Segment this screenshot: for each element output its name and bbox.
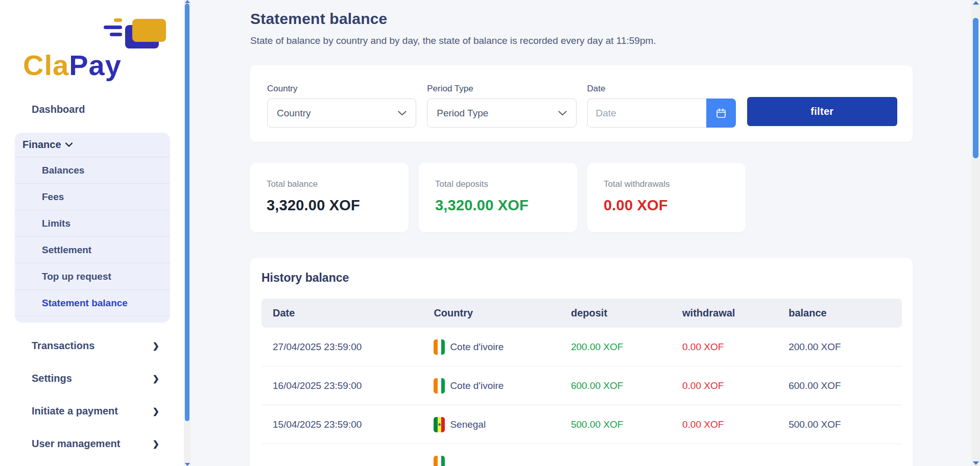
brand-card-icon bbox=[94, 17, 176, 50]
row-deposit: 600.00 XOF bbox=[571, 380, 682, 391]
total-balance-value: 3,320.00 XOF bbox=[267, 197, 392, 214]
sidebar-item-initiate-a-payment[interactable]: Initiate a payment ❯ bbox=[32, 404, 159, 418]
cote-divoire-flag-icon bbox=[434, 378, 445, 394]
brand-name-gold: Cla bbox=[23, 49, 69, 81]
country-field: Country Country bbox=[267, 84, 416, 128]
sidebar-item-fees[interactable]: Fees bbox=[15, 184, 170, 210]
country-select-value: Country bbox=[277, 108, 311, 119]
row-deposit: 200.00 XOF bbox=[571, 341, 682, 353]
main-scrollbar-thumb[interactable] bbox=[973, 18, 978, 158]
row-country-name: Cote d'ivoire bbox=[450, 341, 504, 353]
history-panel: History balance Date Country deposit wit… bbox=[250, 258, 913, 466]
main-scrollbar[interactable] bbox=[971, 0, 980, 466]
row-country-name: Cote d'ivoire bbox=[450, 380, 504, 391]
sidebar: ClaPay Dashboard Finance Balances Fees L… bbox=[0, 0, 184, 466]
sidebar-scrollbar-thumb[interactable] bbox=[185, 4, 189, 421]
sidebar-item-transactions[interactable]: Transactions ❯ bbox=[32, 338, 159, 353]
period-type-label: Period Type bbox=[427, 84, 576, 94]
total-withdrawals-label: Total withdrawals bbox=[604, 179, 729, 189]
scroll-down-icon[interactable] bbox=[973, 461, 979, 465]
table-row[interactable]: 15/04/2025 23:59:00 ★ Senegal 500.00 XOF… bbox=[261, 405, 902, 444]
senegal-star-icon: ★ bbox=[434, 422, 445, 427]
sidebar-item-finance[interactable]: Finance bbox=[15, 133, 170, 157]
chevron-right-icon: ❯ bbox=[153, 439, 159, 449]
date-label: Date bbox=[587, 84, 736, 94]
period-type-select[interactable]: Period Type bbox=[427, 99, 576, 128]
country-select[interactable]: Country bbox=[267, 99, 416, 128]
sidebar-item-dashboard[interactable]: Dashboard bbox=[32, 102, 159, 116]
column-header-withdrawal: withdrawal bbox=[682, 307, 788, 319]
sidebar-item-label: Transactions bbox=[32, 340, 94, 352]
filter-button[interactable]: filter bbox=[747, 97, 897, 126]
row-withdrawal: 0.00 XOF bbox=[682, 341, 788, 353]
sidebar-item-statement-balance[interactable]: Statement balance bbox=[15, 290, 170, 316]
summary-cards: Total balance 3,320.00 XOF Total deposit… bbox=[250, 163, 913, 232]
history-heading: History balance bbox=[261, 271, 902, 285]
row-country: ★ Senegal bbox=[434, 417, 571, 432]
sidebar-item-balances[interactable]: Balances bbox=[15, 157, 170, 184]
row-balance: 200.00 XOF bbox=[788, 341, 902, 353]
chevron-down-icon bbox=[558, 111, 567, 116]
row-date: 15/04/2025 23:59:00 bbox=[273, 419, 434, 430]
sidebar-item-top-up-request[interactable]: Top up request bbox=[15, 263, 170, 290]
period-type-field: Period Type Period Type bbox=[427, 84, 576, 128]
total-deposits-value: 3,320.00 XOF bbox=[435, 197, 561, 214]
date-field: Date bbox=[587, 84, 736, 128]
country-label: Country bbox=[267, 84, 416, 94]
brand-name-blue: Pay bbox=[69, 49, 122, 81]
senegal-flag-icon: ★ bbox=[434, 417, 445, 432]
total-deposits-label: Total deposits bbox=[435, 179, 561, 189]
sidebar-item-label: Dashboard bbox=[32, 104, 85, 115]
chevron-down-icon bbox=[65, 142, 73, 147]
sidebar-group-finance: Finance Balances Fees Limits Settlement … bbox=[15, 133, 170, 323]
sidebar-item-settlement[interactable]: Settlement bbox=[15, 237, 170, 263]
sidebar-item-user-management[interactable]: User management ❯ bbox=[32, 436, 159, 451]
table-row-partial[interactable] bbox=[261, 444, 902, 466]
scroll-up-icon[interactable] bbox=[185, 0, 190, 3]
row-withdrawal: 0.00 XOF bbox=[682, 380, 788, 391]
sidebar-item-label: Initiate a payment bbox=[32, 405, 118, 417]
row-balance: 600.00 XOF bbox=[788, 380, 902, 391]
sidebar-item-label: User management bbox=[32, 438, 120, 450]
page-subtitle: State of balance by country and by day, … bbox=[250, 35, 913, 46]
date-input[interactable] bbox=[587, 99, 706, 128]
total-balance-label: Total balance bbox=[267, 179, 392, 189]
total-withdrawals-card: Total withdrawals 0.00 XOF bbox=[587, 163, 746, 232]
row-balance: 500.00 XOF bbox=[788, 419, 902, 430]
scroll-down-icon[interactable] bbox=[185, 463, 190, 466]
total-deposits-card: Total deposits 3,320.00 XOF bbox=[419, 163, 577, 232]
total-withdrawals-value: 0.00 XOF bbox=[604, 197, 729, 214]
filter-panel: Country Country Period Type Period Type … bbox=[250, 65, 913, 142]
row-country: Cote d'ivoire bbox=[434, 378, 571, 394]
row-country-name: Senegal bbox=[450, 419, 486, 430]
main-content: Statement balance State of balance by co… bbox=[190, 0, 971, 466]
sidebar-item-label: Finance bbox=[22, 139, 61, 151]
period-type-select-value: Period Type bbox=[437, 108, 488, 119]
chevron-right-icon: ❯ bbox=[153, 341, 159, 351]
cote-divoire-flag-icon bbox=[434, 456, 445, 466]
sidebar-scrollbar[interactable] bbox=[184, 0, 190, 466]
row-date: 27/04/2025 23:59:00 bbox=[273, 341, 434, 353]
date-picker-button[interactable] bbox=[706, 99, 736, 128]
column-header-deposit: deposit bbox=[571, 307, 682, 319]
brand-logo: ClaPay bbox=[23, 14, 156, 82]
table-header-row: Date Country deposit withdrawal balance bbox=[261, 299, 902, 328]
cote-divoire-flag-icon bbox=[434, 339, 445, 355]
calendar-icon bbox=[715, 108, 727, 119]
chevron-right-icon: ❯ bbox=[153, 406, 159, 416]
sidebar-item-limits[interactable]: Limits bbox=[15, 210, 170, 237]
sidebar-item-settings[interactable]: Settings ❯ bbox=[32, 371, 159, 385]
table-row[interactable]: 16/04/2025 23:59:00 Cote d'ivoire 600.00… bbox=[261, 366, 902, 405]
table-row[interactable]: 27/04/2025 23:59:00 Cote d'ivoire 200.00… bbox=[261, 328, 902, 366]
sidebar-item-label: Settings bbox=[32, 373, 72, 384]
column-header-date: Date bbox=[273, 307, 434, 319]
row-country bbox=[434, 456, 571, 466]
chevron-down-icon bbox=[398, 111, 407, 116]
chevron-right-icon: ❯ bbox=[153, 374, 159, 383]
brand-name: ClaPay bbox=[23, 48, 122, 82]
page-title: Statement balance bbox=[250, 10, 913, 28]
row-country: Cote d'ivoire bbox=[434, 339, 571, 355]
row-deposit: 500.00 XOF bbox=[571, 419, 682, 430]
row-date: 16/04/2025 23:59:00 bbox=[273, 380, 434, 391]
scroll-up-icon[interactable] bbox=[973, 1, 979, 5]
